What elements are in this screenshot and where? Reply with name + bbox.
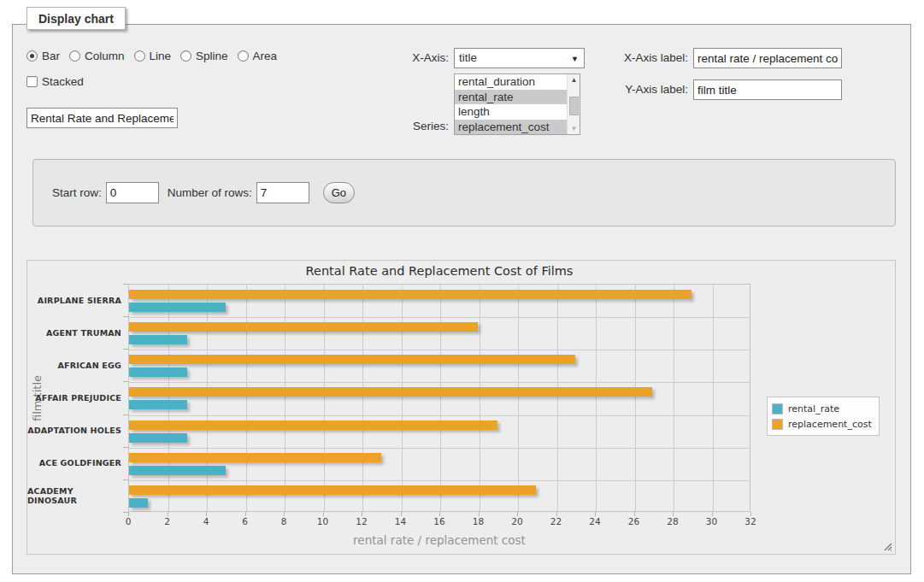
y-tick-mark bbox=[123, 381, 128, 382]
gridline-vertical bbox=[596, 285, 597, 511]
chart-legend: rental_ratereplacement_cost bbox=[767, 397, 880, 436]
x-tick-label: 18 bbox=[462, 516, 496, 526]
resize-grip-icon[interactable] bbox=[882, 541, 892, 551]
radio-label: Bar bbox=[42, 50, 60, 62]
x-axis-select-value: title bbox=[459, 51, 477, 64]
scroll-down-icon[interactable]: ▼ bbox=[568, 123, 580, 134]
legend-swatch-replacement_cost bbox=[772, 419, 783, 430]
gridline-vertical bbox=[674, 285, 674, 511]
chart-type-radiogroup: BarColumnLineSplineArea bbox=[26, 48, 286, 63]
stacked-label: Stacked bbox=[42, 75, 84, 88]
series-listbox[interactable]: rental_durationrental_ratelengthreplacem… bbox=[454, 73, 580, 135]
category-label: AGENT TRUMAN bbox=[27, 316, 121, 349]
y-axis-label-label: Y-Axis label: bbox=[608, 83, 688, 96]
chart-type-option-column[interactable]: Column bbox=[69, 50, 125, 62]
x-tick-label: 28 bbox=[656, 516, 690, 526]
gridline-vertical bbox=[246, 285, 247, 511]
radio-label: Column bbox=[85, 50, 125, 62]
x-tick-label: 14 bbox=[384, 516, 418, 526]
category-label: ACE GOLDFINGER bbox=[27, 447, 121, 479]
radio-column[interactable] bbox=[69, 50, 80, 62]
gridline-vertical bbox=[713, 285, 714, 511]
x-axis-label-label: X-Axis label: bbox=[608, 51, 688, 64]
radio-label: Area bbox=[253, 50, 278, 62]
chart-type-option-spline[interactable]: Spline bbox=[180, 50, 228, 62]
x-tick-label: 8 bbox=[267, 516, 301, 526]
legend-entry-rental_rate: rental_rate bbox=[772, 401, 872, 416]
chart-type-option-area[interactable]: Area bbox=[238, 50, 278, 62]
category-label: ADAPTATION HOLES bbox=[27, 414, 121, 447]
go-button[interactable]: Go bbox=[323, 182, 355, 203]
panel-title: Display chart bbox=[26, 7, 126, 30]
bar-rental_rate-2 bbox=[129, 367, 187, 377]
stacked-option[interactable]: Stacked bbox=[26, 75, 84, 88]
x-tick-label: 0 bbox=[111, 516, 145, 526]
y-tick-mark bbox=[123, 447, 128, 448]
gridline-horizontal bbox=[129, 350, 750, 350]
bar-rental_rate-1 bbox=[129, 335, 187, 344]
chart-title-input[interactable] bbox=[26, 108, 178, 128]
gridline-vertical bbox=[402, 285, 403, 511]
start-row-label: Start row: bbox=[52, 186, 102, 199]
gridline-vertical bbox=[440, 285, 441, 511]
gridline-vertical bbox=[324, 285, 325, 511]
chart-x-axis-title: rental rate / replacement cost bbox=[128, 533, 750, 547]
gridline-horizontal bbox=[129, 382, 750, 383]
x-tick-label: 24 bbox=[578, 516, 612, 526]
chart-type-option-bar[interactable]: Bar bbox=[26, 50, 60, 62]
start-row-input[interactable] bbox=[106, 182, 159, 203]
y-tick-mark bbox=[123, 316, 128, 317]
category-label: AFFAIR PREJUDICE bbox=[27, 381, 121, 414]
bar-replacement_cost-4 bbox=[129, 420, 497, 430]
x-tick-label: 30 bbox=[695, 516, 729, 526]
x-tick-label: 12 bbox=[344, 516, 379, 526]
legend-label: replacement_cost bbox=[788, 419, 872, 430]
radio-line[interactable] bbox=[134, 50, 145, 62]
category-label: AFRICAN EGG bbox=[27, 349, 121, 381]
gridline-horizontal bbox=[129, 480, 750, 481]
num-rows-label: Number of rows: bbox=[168, 186, 252, 199]
scroll-up-icon[interactable]: ▲ bbox=[568, 74, 580, 85]
x-axis-label-input[interactable] bbox=[693, 48, 842, 68]
x-tick-label: 20 bbox=[500, 516, 534, 526]
row-range-panel: Start row: Number of rows: Go bbox=[32, 159, 896, 226]
stacked-checkbox[interactable] bbox=[26, 76, 38, 87]
chart-type-option-line[interactable]: Line bbox=[134, 50, 172, 62]
series-option-rental_rate[interactable]: rental_rate bbox=[455, 90, 567, 105]
gridline-vertical bbox=[168, 285, 169, 511]
y-tick-mark bbox=[123, 349, 128, 350]
chart-title: Rental Rate and Replacement Cost of Film… bbox=[128, 264, 750, 278]
num-rows-input[interactable] bbox=[256, 182, 309, 203]
radio-bar[interactable] bbox=[26, 50, 38, 62]
bar-replacement_cost-5 bbox=[129, 453, 381, 462]
gridline-horizontal bbox=[129, 448, 750, 449]
bar-replacement_cost-2 bbox=[129, 355, 575, 364]
gridline-horizontal bbox=[129, 415, 750, 416]
x-axis-select-label: X-Axis: bbox=[372, 51, 449, 64]
category-label: ACADEMY DINOSAUR bbox=[27, 479, 121, 512]
x-tick-label: 10 bbox=[306, 516, 340, 526]
chevron-down-icon: ▼ bbox=[571, 56, 579, 62]
display-chart-panel: Display chart BarColumnLineSplineArea St… bbox=[12, 24, 911, 574]
listbox-scrollbar[interactable]: ▲ ▼ bbox=[567, 74, 580, 134]
bar-replacement_cost-0 bbox=[129, 290, 692, 299]
radio-area[interactable] bbox=[238, 50, 249, 62]
series-option-replacement_cost[interactable]: replacement_cost bbox=[455, 120, 567, 135]
bar-replacement_cost-1 bbox=[129, 322, 478, 332]
gridline-vertical bbox=[480, 285, 480, 511]
series-option-length[interactable]: length bbox=[455, 104, 567, 120]
bar-replacement_cost-3 bbox=[129, 387, 652, 397]
y-axis-label-input[interactable] bbox=[693, 79, 842, 100]
gridline-vertical bbox=[362, 285, 363, 511]
chart-plot-area bbox=[128, 284, 750, 512]
x-axis-select[interactable]: title ▼ bbox=[454, 48, 585, 68]
x-tick-label: 22 bbox=[539, 516, 574, 526]
scrollbar-thumb[interactable] bbox=[569, 97, 579, 115]
bar-replacement_cost-6 bbox=[129, 485, 536, 495]
series-option-rental_duration[interactable]: rental_duration bbox=[455, 74, 567, 90]
gridline-vertical bbox=[207, 285, 208, 511]
radio-spline[interactable] bbox=[180, 50, 191, 62]
legend-entry-replacement_cost: replacement_cost bbox=[772, 416, 872, 432]
legend-label: rental_rate bbox=[788, 403, 839, 414]
gridline-vertical bbox=[557, 285, 558, 511]
